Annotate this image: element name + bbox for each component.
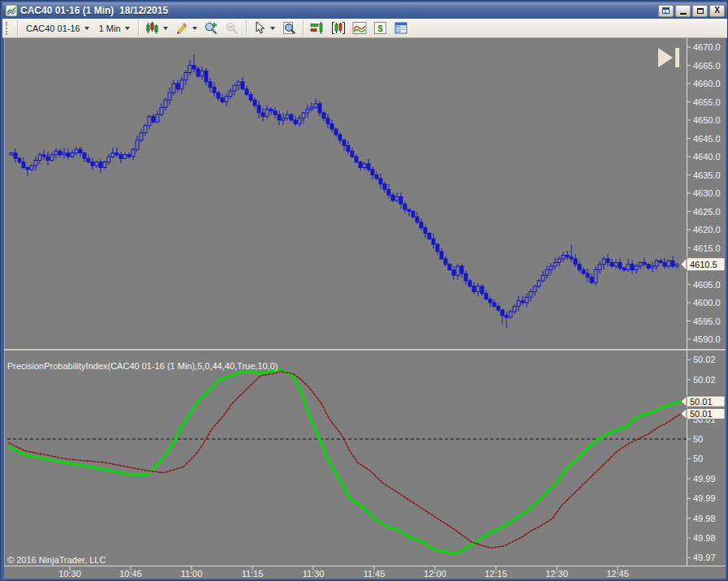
candle bbox=[399, 197, 403, 204]
candle bbox=[103, 162, 106, 168]
chart-properties-button[interactable] bbox=[390, 19, 411, 37]
candle bbox=[509, 312, 512, 317]
ppi-green-marker-value: 50.01 bbox=[690, 397, 713, 407]
candle bbox=[363, 164, 366, 168]
candle bbox=[667, 260, 670, 266]
candle bbox=[411, 212, 415, 217]
candlestick-style-icon bbox=[145, 21, 159, 35]
candle bbox=[176, 84, 179, 89]
candle bbox=[111, 153, 114, 157]
chart-properties-icon bbox=[394, 21, 408, 35]
candle bbox=[10, 153, 13, 155]
zoom-out-button[interactable] bbox=[222, 19, 243, 37]
candle bbox=[14, 153, 17, 159]
price-tick-label: 4645.0 bbox=[693, 134, 721, 144]
time-tick-label: 11:45 bbox=[364, 569, 386, 579]
candle bbox=[54, 151, 58, 155]
candle bbox=[631, 265, 634, 270]
candle bbox=[213, 88, 216, 93]
copyright-label: © 2016 NinjaTrader, LLC bbox=[7, 555, 106, 565]
time-tick-label: 12:00 bbox=[424, 569, 446, 579]
candle bbox=[635, 266, 638, 270]
indicators-icon bbox=[352, 21, 367, 35]
indicators-button[interactable] bbox=[349, 19, 370, 37]
candle bbox=[675, 265, 678, 266]
indicator-tick-label: 49.99 bbox=[693, 493, 716, 503]
time-tick-label: 11:15 bbox=[242, 569, 264, 579]
candle bbox=[318, 104, 321, 113]
instrument-selector[interactable]: CAC40 01-16 bbox=[21, 19, 94, 37]
candle bbox=[525, 297, 528, 303]
candle bbox=[217, 93, 220, 98]
candle bbox=[58, 151, 62, 155]
candle bbox=[241, 82, 244, 89]
price-tick-label: 4595.0 bbox=[693, 316, 721, 326]
candle bbox=[119, 155, 123, 159]
candle bbox=[513, 307, 516, 312]
panel-splitter[interactable] bbox=[4, 349, 726, 351]
candle bbox=[30, 166, 33, 170]
candle bbox=[602, 259, 605, 265]
market-depth-button[interactable] bbox=[328, 19, 349, 37]
candle bbox=[83, 153, 86, 159]
title-bar[interactable]: CAC40 01-16 (1 Min) 18/12/2015 L X bbox=[2, 2, 727, 19]
candle bbox=[62, 153, 66, 155]
candle bbox=[67, 153, 70, 157]
chevron-down-icon bbox=[192, 27, 197, 30]
instrument-label: CAC40 01-16 bbox=[26, 24, 80, 33]
candle bbox=[590, 278, 593, 283]
time-tick-label: 12:30 bbox=[545, 569, 568, 579]
indicator-tick-label: 50.02 bbox=[693, 375, 716, 385]
cursor-tool-button[interactable] bbox=[250, 19, 278, 37]
candle bbox=[140, 133, 143, 140]
candle bbox=[127, 155, 131, 157]
data-box-button[interactable] bbox=[278, 19, 299, 37]
candle bbox=[460, 266, 463, 273]
candle bbox=[359, 162, 362, 168]
last-price-marker-value: 4610.5 bbox=[690, 260, 717, 269]
separator bbox=[303, 20, 304, 36]
candle bbox=[278, 114, 281, 120]
ppi-red-marker: 50.01 bbox=[681, 408, 725, 419]
toolbar-grip[interactable] bbox=[6, 22, 11, 35]
window-title: CAC40 01-16 (1 Min) 18/12/2015 bbox=[20, 5, 658, 16]
candle bbox=[306, 110, 309, 114]
candle bbox=[46, 157, 50, 161]
candle bbox=[659, 260, 662, 262]
candle bbox=[302, 113, 305, 118]
price-tick-label: 4620.0 bbox=[693, 225, 721, 235]
close-button[interactable]: X bbox=[709, 5, 725, 17]
candle bbox=[440, 252, 443, 259]
instrument-link-button[interactable]: L bbox=[658, 5, 674, 17]
candle bbox=[582, 270, 585, 274]
drawing-tools-button[interactable] bbox=[171, 19, 200, 37]
chart-trader-button[interactable] bbox=[307, 19, 328, 37]
candle bbox=[188, 66, 192, 73]
candle bbox=[476, 286, 480, 292]
interval-selector[interactable]: 1 Min bbox=[94, 19, 135, 37]
candle bbox=[233, 85, 236, 91]
candle bbox=[99, 162, 102, 168]
candle bbox=[485, 294, 488, 299]
candle bbox=[420, 222, 423, 228]
zoom-in-button[interactable] bbox=[200, 19, 222, 37]
candle bbox=[505, 316, 508, 317]
candle bbox=[562, 256, 565, 260]
price-tick-label: 4590.0 bbox=[693, 334, 721, 344]
chart-toolbar: CAC40 01-16 1 Min bbox=[2, 19, 727, 38]
candle bbox=[34, 161, 37, 166]
candle bbox=[448, 265, 451, 270]
strategies-button[interactable]: $ bbox=[370, 19, 390, 37]
indicator-tick-label: 50 bbox=[693, 434, 703, 444]
chart-canvas[interactable]: PrecisionProbabilityIndex(CAC40 01-16 (1… bbox=[4, 38, 726, 579]
candle bbox=[38, 155, 41, 161]
candle bbox=[436, 244, 439, 252]
candle bbox=[671, 260, 674, 266]
maximize-button[interactable] bbox=[692, 5, 708, 17]
chevron-down-icon bbox=[84, 27, 89, 30]
chart-style-button[interactable] bbox=[142, 19, 171, 37]
candle bbox=[432, 239, 435, 244]
minimize-button[interactable] bbox=[675, 5, 691, 17]
candle bbox=[144, 126, 147, 133]
candle bbox=[614, 263, 618, 267]
